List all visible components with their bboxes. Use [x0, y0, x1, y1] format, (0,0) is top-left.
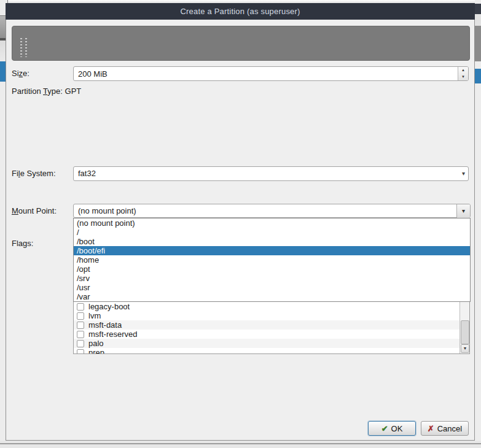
flag-checkbox[interactable]: [77, 331, 84, 338]
ok-button[interactable]: ✔ OK: [368, 421, 416, 436]
partition-type-label: Partition Type: GPT: [12, 84, 81, 99]
scrollbar-down-icon[interactable]: ▾: [461, 344, 469, 353]
flag-checkbox[interactable]: [77, 340, 84, 347]
partition-type-value: GPT: [65, 87, 82, 96]
dropdown-option[interactable]: (no mount point): [74, 218, 470, 228]
background-window-right: [475, 0, 481, 448]
flag-row[interactable]: palo: [74, 339, 459, 348]
dropdown-option-selected[interactable]: /boot/efi: [74, 246, 470, 255]
size-spinbox: ▲ ▼: [73, 66, 469, 81]
flag-row[interactable]: legacy-boot: [74, 302, 459, 311]
flag-row[interactable]: prep: [74, 348, 459, 354]
flag-checkbox[interactable]: [77, 312, 84, 320]
partition-resize-handle-icon[interactable]: [20, 38, 27, 57]
ok-button-label: OK: [391, 424, 403, 433]
flags-label: Flags:: [12, 236, 33, 251]
flag-checkbox[interactable]: [77, 349, 84, 355]
dialog-title: Create a Partition (as superuser): [180, 7, 300, 16]
screen: Create a Partition (as superuser) Size: …: [0, 0, 481, 448]
dialog-titlebar[interactable]: Create a Partition (as superuser): [6, 3, 475, 20]
size-label: Size:: [12, 66, 29, 81]
mount-point-select[interactable]: (no mount point) ▾: [73, 204, 471, 218]
flag-checkbox[interactable]: [77, 303, 84, 311]
dropdown-option[interactable]: /usr: [74, 283, 470, 292]
flag-row[interactable]: msft-data: [74, 320, 459, 330]
cancel-button-label: Cancel: [437, 424, 462, 433]
mount-point-value: (no mount point): [78, 204, 136, 217]
file-system-select[interactable]: fat32 ▾: [73, 166, 469, 181]
dropdown-option[interactable]: /home: [74, 255, 470, 265]
background-window-left: [0, 4, 6, 448]
dropdown-option[interactable]: /opt: [74, 265, 470, 274]
ok-check-icon: ✔: [381, 424, 388, 433]
partition-visual[interactable]: [12, 26, 470, 61]
size-spinner: ▲ ▼: [458, 67, 468, 80]
flag-checkbox[interactable]: [77, 322, 84, 329]
scrollbar-thumb[interactable]: [461, 320, 469, 344]
chevron-down-icon: ▾: [462, 207, 465, 214]
mount-point-label: Mount Point:: [12, 204, 57, 218]
dropdown-option[interactable]: /srv: [74, 274, 470, 283]
flag-row[interactable]: msft-reserved: [74, 330, 459, 339]
mount-point-dropdown-button[interactable]: ▾: [456, 204, 470, 218]
dropdown-option[interactable]: /var: [74, 292, 470, 301]
mount-point-dropdown: (no mount point) / /boot /boot/efi /home…: [73, 218, 471, 302]
create-partition-dialog: Create a Partition (as superuser) Size: …: [6, 3, 475, 441]
background-window-bottom: [0, 441, 481, 448]
size-input[interactable]: [74, 67, 455, 80]
chevron-down-icon: ▾: [462, 167, 465, 180]
spin-down-icon[interactable]: ▼: [458, 74, 468, 80]
file-system-value: fat32: [78, 167, 96, 180]
dropdown-option[interactable]: /boot: [74, 237, 470, 246]
file-system-label: File System:: [12, 166, 56, 181]
flag-row[interactable]: lvm: [74, 311, 459, 320]
spin-up-icon[interactable]: ▲: [458, 67, 468, 74]
dropdown-option[interactable]: /: [74, 228, 470, 237]
cancel-cross-icon: ✗: [428, 424, 434, 433]
cancel-button[interactable]: ✗ Cancel: [421, 421, 469, 436]
